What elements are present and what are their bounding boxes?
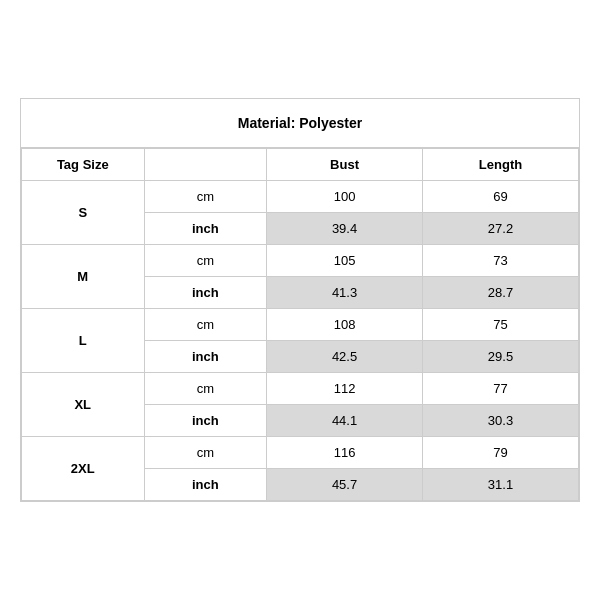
length-inch-value: 31.1 xyxy=(423,469,579,501)
header-length: Length xyxy=(423,149,579,181)
length-cm-value: 69 xyxy=(423,181,579,213)
unit-cm: cm xyxy=(144,373,267,405)
table-row: Mcm10573 xyxy=(22,245,579,277)
unit-inch: inch xyxy=(144,341,267,373)
unit-inch: inch xyxy=(144,213,267,245)
table-row: Lcm10875 xyxy=(22,309,579,341)
header-tag-size: Tag Size xyxy=(22,149,145,181)
tag-size-cell: 2XL xyxy=(22,437,145,501)
unit-cm: cm xyxy=(144,437,267,469)
unit-cm: cm xyxy=(144,309,267,341)
tag-size-cell: M xyxy=(22,245,145,309)
unit-cm: cm xyxy=(144,245,267,277)
header-unit xyxy=(144,149,267,181)
table-row: 2XLcm11679 xyxy=(22,437,579,469)
length-cm-value: 77 xyxy=(423,373,579,405)
size-chart-container: Material: Polyester Tag Size Bust Length… xyxy=(20,98,580,502)
bust-cm-value: 116 xyxy=(267,437,423,469)
length-inch-value: 30.3 xyxy=(423,405,579,437)
table-row: Scm10069 xyxy=(22,181,579,213)
bust-inch-value: 42.5 xyxy=(267,341,423,373)
unit-cm: cm xyxy=(144,181,267,213)
chart-title: Material: Polyester xyxy=(21,99,579,148)
bust-inch-value: 44.1 xyxy=(267,405,423,437)
bust-cm-value: 112 xyxy=(267,373,423,405)
unit-inch: inch xyxy=(144,277,267,309)
length-inch-value: 28.7 xyxy=(423,277,579,309)
tag-size-cell: S xyxy=(22,181,145,245)
tag-size-cell: XL xyxy=(22,373,145,437)
size-table: Tag Size Bust Length Scm10069inch39.427.… xyxy=(21,148,579,501)
length-inch-value: 27.2 xyxy=(423,213,579,245)
bust-cm-value: 100 xyxy=(267,181,423,213)
bust-inch-value: 45.7 xyxy=(267,469,423,501)
bust-cm-value: 105 xyxy=(267,245,423,277)
length-cm-value: 75 xyxy=(423,309,579,341)
bust-inch-value: 39.4 xyxy=(267,213,423,245)
unit-inch: inch xyxy=(144,405,267,437)
bust-inch-value: 41.3 xyxy=(267,277,423,309)
table-row: XLcm11277 xyxy=(22,373,579,405)
length-cm-value: 79 xyxy=(423,437,579,469)
tag-size-cell: L xyxy=(22,309,145,373)
bust-cm-value: 108 xyxy=(267,309,423,341)
length-cm-value: 73 xyxy=(423,245,579,277)
header-bust: Bust xyxy=(267,149,423,181)
unit-inch: inch xyxy=(144,469,267,501)
length-inch-value: 29.5 xyxy=(423,341,579,373)
